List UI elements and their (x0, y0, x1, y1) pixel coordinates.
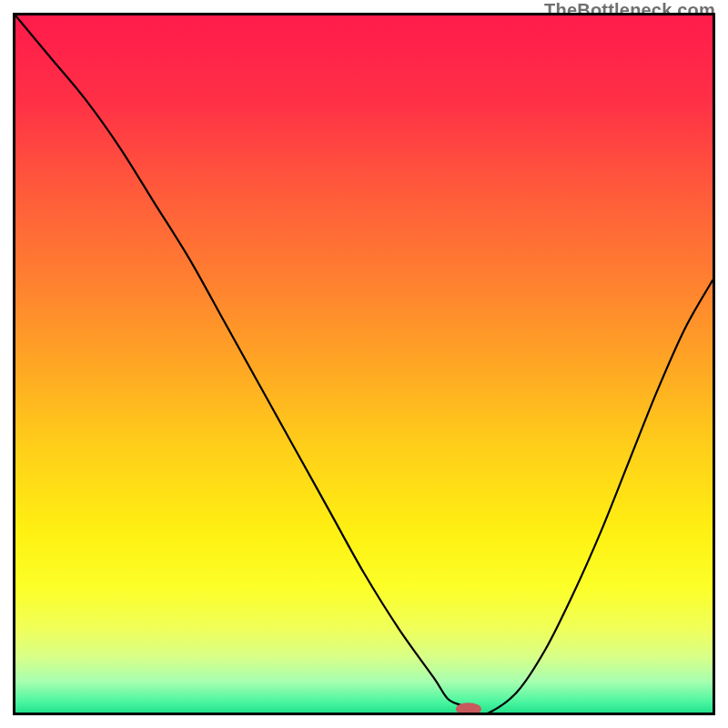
gradient-background (15, 15, 713, 713)
plot-svg (15, 15, 713, 713)
plot-area (13, 13, 715, 715)
bottleneck-chart: TheBottleneck.com (0, 0, 728, 728)
